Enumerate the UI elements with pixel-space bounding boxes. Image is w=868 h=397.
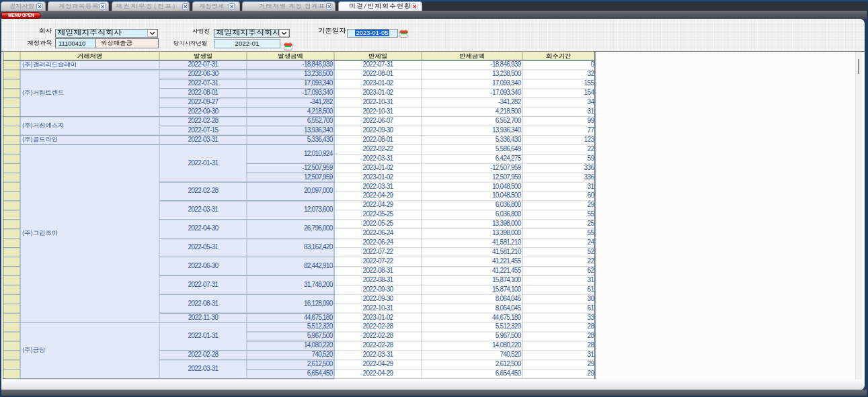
svg-text:13,936,340: 13,936,340 <box>304 126 333 134</box>
svg-text:34: 34 <box>587 98 594 105</box>
svg-text:2022-05-25: 2022-05-25 <box>362 220 393 227</box>
svg-text:6,654,450: 6,654,450 <box>307 369 333 377</box>
svg-text:28: 28 <box>587 323 594 330</box>
svg-text:41,221,455: 41,221,455 <box>492 267 522 274</box>
svg-text:10,048,500: 10,048,500 <box>492 192 522 200</box>
svg-text:2022-03-31: 2022-03-31 <box>362 351 393 358</box>
svg-text:25: 25 <box>587 220 594 227</box>
svg-text:2022-07-31: 2022-07-31 <box>362 61 393 69</box>
svg-text:99: 99 <box>587 117 594 124</box>
svg-text:2022-07-22: 2022-07-22 <box>362 257 393 265</box>
svg-text:2022-03-31: 2022-03-31 <box>188 365 219 372</box>
svg-text:2022-02-22: 2022-02-22 <box>362 145 393 152</box>
svg-text:2022-03-31: 2022-03-31 <box>362 183 393 190</box>
svg-text:-17,093,340: -17,093,340 <box>302 89 333 96</box>
svg-text:82,442,910: 82,442,910 <box>304 262 333 269</box>
svg-text:4,218,500: 4,218,500 <box>307 107 333 115</box>
svg-text:6,552,700: 6,552,700 <box>496 117 522 124</box>
svg-text:44,675,180: 44,675,180 <box>492 314 522 321</box>
svg-text:2022-02-28: 2022-02-28 <box>362 333 393 340</box>
svg-text:5,336,430: 5,336,430 <box>307 136 333 143</box>
svg-text:6,036,800: 6,036,800 <box>496 210 522 218</box>
svg-text:2022-04-29: 2022-04-29 <box>362 369 393 377</box>
svg-text:15,874,100: 15,874,100 <box>492 285 522 293</box>
svg-text:41,581,210: 41,581,210 <box>492 248 522 255</box>
svg-text:2022-04-29: 2022-04-29 <box>362 192 393 200</box>
svg-text:2022-01-31: 2022-01-31 <box>188 159 219 167</box>
svg-text:12,010,924: 12,010,924 <box>304 150 333 157</box>
svg-text:2022-08-01: 2022-08-01 <box>188 89 219 96</box>
svg-text:2022-09-30: 2022-09-30 <box>362 295 393 302</box>
svg-text:10,048,500: 10,048,500 <box>492 183 522 190</box>
svg-text:4,218,500: 4,218,500 <box>496 107 522 115</box>
svg-text:2022-06-24: 2022-06-24 <box>362 229 393 236</box>
svg-text:22: 22 <box>587 257 594 265</box>
svg-text:55: 55 <box>587 210 594 218</box>
svg-text:24: 24 <box>587 238 594 246</box>
svg-text:2022-08-01: 2022-08-01 <box>362 71 393 78</box>
svg-text:2023-01-02: 2023-01-02 <box>362 79 393 87</box>
svg-text:61: 61 <box>587 285 594 293</box>
svg-text:55: 55 <box>587 229 594 236</box>
svg-text:30: 30 <box>587 295 594 302</box>
svg-text:2023-01-02: 2023-01-02 <box>362 314 393 321</box>
svg-text:-18,846,939: -18,846,939 <box>490 61 521 69</box>
svg-text:31: 31 <box>587 183 594 190</box>
svg-text:2022-08-01: 2022-08-01 <box>362 136 393 143</box>
svg-text:2022-08-31: 2022-08-31 <box>188 300 219 307</box>
svg-text:2022-03-31: 2022-03-31 <box>188 206 219 214</box>
svg-text:2022-02-28: 2022-02-28 <box>188 117 219 124</box>
svg-text:2023-01-02: 2023-01-02 <box>362 89 393 96</box>
svg-text:17,093,340: 17,093,340 <box>492 79 522 87</box>
svg-text:2022-04-29: 2022-04-29 <box>362 202 393 209</box>
svg-text:28: 28 <box>587 333 594 340</box>
svg-text:6,424,275: 6,424,275 <box>496 155 522 162</box>
svg-text:5,967,500: 5,967,500 <box>307 333 333 340</box>
svg-text:740,520: 740,520 <box>312 351 333 358</box>
svg-text:2022-09-30: 2022-09-30 <box>188 107 219 115</box>
svg-text:2022-08-31: 2022-08-31 <box>362 267 393 274</box>
svg-text:29: 29 <box>587 369 594 377</box>
svg-text:5,336,430: 5,336,430 <box>496 136 522 143</box>
svg-text:2023-01-02: 2023-01-02 <box>362 164 393 171</box>
svg-text:60: 60 <box>587 192 594 200</box>
svg-text:-12,507,959: -12,507,959 <box>490 164 521 171</box>
svg-text:2022-05-31: 2022-05-31 <box>188 243 219 251</box>
svg-text:2022-09-30: 2022-09-30 <box>362 126 393 134</box>
svg-text:16,128,090: 16,128,090 <box>304 300 333 307</box>
svg-text:2022-11-30: 2022-11-30 <box>188 314 219 321</box>
svg-text:2022-02-28: 2022-02-28 <box>362 342 393 349</box>
svg-text:5,512,320: 5,512,320 <box>307 323 333 330</box>
svg-text:2022-02-28: 2022-02-28 <box>362 323 393 330</box>
svg-text:2,612,500: 2,612,500 <box>496 360 522 367</box>
svg-text:2022-07-31: 2022-07-31 <box>188 281 219 288</box>
svg-text:2022-07-22: 2022-07-22 <box>362 248 393 255</box>
svg-text:2022-06-30: 2022-06-30 <box>188 71 219 78</box>
svg-text:2,612,500: 2,612,500 <box>307 360 333 367</box>
svg-text:2022-07-15: 2022-07-15 <box>188 126 219 134</box>
svg-text:2022-06-07: 2022-06-07 <box>362 117 393 124</box>
svg-text:22: 22 <box>587 145 594 152</box>
svg-text:2022-06-24: 2022-06-24 <box>362 238 393 246</box>
svg-text:26,796,000: 26,796,000 <box>304 224 333 232</box>
svg-text:13,238,500: 13,238,500 <box>304 71 333 78</box>
svg-text:2022-02-28: 2022-02-28 <box>188 187 219 195</box>
svg-text:32: 32 <box>587 71 594 78</box>
svg-text:62: 62 <box>587 267 594 274</box>
svg-text:336: 336 <box>584 173 595 181</box>
svg-text:2022-10-31: 2022-10-31 <box>362 107 393 115</box>
svg-text:2022-01-31: 2022-01-31 <box>188 333 219 340</box>
svg-text:13,936,340: 13,936,340 <box>492 126 522 134</box>
svg-text:155: 155 <box>584 79 595 87</box>
svg-text:31: 31 <box>587 276 594 283</box>
svg-text:20,097,000: 20,097,000 <box>304 187 333 195</box>
svg-text:2022-04-29: 2022-04-29 <box>362 360 393 367</box>
svg-text:12,507,959: 12,507,959 <box>304 173 333 181</box>
svg-text:2022-08-31: 2022-08-31 <box>362 276 393 283</box>
svg-text:29: 29 <box>587 360 594 367</box>
svg-text:83,162,420: 83,162,420 <box>304 243 333 251</box>
svg-text:31: 31 <box>587 351 594 358</box>
svg-text:2022-04-30: 2022-04-30 <box>188 224 219 232</box>
svg-text:14,080,220: 14,080,220 <box>304 342 333 349</box>
svg-text:6,036,800: 6,036,800 <box>496 202 522 209</box>
